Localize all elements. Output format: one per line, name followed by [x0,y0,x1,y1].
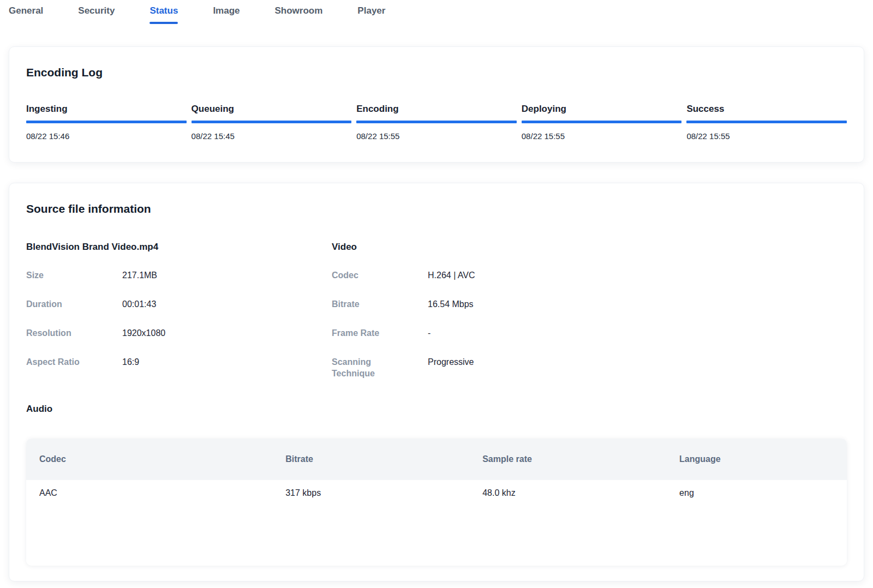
step-label: Encoding [356,103,517,115]
step-timestamp: 08/22 15:55 [356,131,517,141]
audio-bitrate-cell: 317 kbps [272,487,469,499]
file-size-value: 217.1MB [122,269,332,281]
audio-language-cell: eng [666,487,847,499]
audio-table-header: Codec Bitrate Sample rate Language [26,439,847,480]
video-codec-value: H.264 | AVC [428,269,847,281]
audio-column-language: Language [666,454,847,465]
file-duration-row: Duration 00:01:43 [26,298,332,310]
tab-general-label: General [9,5,43,17]
step-timestamp: 08/22 15:46 [26,131,187,141]
file-resolution-value: 1920x1080 [122,327,332,339]
tab-player-label: Player [357,5,385,17]
audio-table-body: AAC 317 kbps 48.0 khz eng [26,480,847,566]
video-scanning-technique-value: Progressive [428,356,847,379]
step-encoding: Encoding 08/22 15:55 [356,103,517,141]
tab-bar: General Security Status Image Showroom P… [0,0,873,24]
tab-status-label: Status [150,5,178,17]
file-duration-label: Duration [26,298,122,310]
audio-table: Codec Bitrate Sample rate Language AAC 3… [26,439,847,566]
file-aspect-ratio-label: Aspect Ratio [26,356,122,368]
audio-column-codec: Codec [26,454,272,465]
tab-security-label: Security [78,5,115,17]
audio-column-bitrate: Bitrate [272,454,469,465]
tab-image[interactable]: Image [213,5,240,17]
audio-sample-rate-cell: 48.0 khz [469,487,666,499]
step-deploying: Deploying 08/22 15:55 [522,103,682,141]
step-timestamp: 08/22 15:55 [522,131,682,141]
tab-showroom-label: Showroom [275,5,323,17]
encoding-steps: Ingesting 08/22 15:46 Queueing 08/22 15:… [26,103,847,141]
step-success: Success 08/22 15:55 [686,103,847,141]
step-ingesting: Ingesting 08/22 15:46 [26,103,187,141]
tab-player[interactable]: Player [357,5,385,17]
step-label: Queueing [192,103,352,115]
source-file-title: Source file information [26,202,847,216]
video-frame-rate-row: Frame Rate - [332,327,847,339]
encoding-log-card: Encoding Log Ingesting 08/22 15:46 Queue… [9,46,864,163]
video-scanning-technique-row: Scanning Technique Progressive [332,356,847,379]
video-bitrate-row: Bitrate 16.54 Mbps [332,298,847,310]
video-bitrate-value: 16.54 Mbps [428,298,847,310]
audio-heading: Audio [26,403,847,415]
video-frame-rate-value: - [428,327,847,339]
tab-image-label: Image [213,5,240,17]
step-label: Ingesting [26,103,187,115]
video-info-column: Video Codec H.264 | AVC Bitrate 16.54 Mb… [332,241,847,397]
table-row: AAC 317 kbps 48.0 khz eng [26,480,847,499]
step-label: Success [686,103,847,115]
source-file-card: Source file information BlendVision Bran… [9,183,864,581]
active-tab-underline [150,22,178,24]
step-queueing: Queueing 08/22 15:45 [192,103,352,141]
step-progress-bar [192,121,352,123]
step-progress-bar [356,121,517,123]
file-name-heading: BlendVision Brand Video.mp4 [26,241,332,253]
encoding-log-title: Encoding Log [26,65,847,80]
file-resolution-label: Resolution [26,327,122,339]
video-heading: Video [332,241,847,253]
step-timestamp: 08/22 15:55 [686,131,847,141]
step-timestamp: 08/22 15:45 [192,131,352,141]
file-size-label: Size [26,269,122,281]
video-codec-row: Codec H.264 | AVC [332,269,847,281]
video-scanning-technique-label: Scanning Technique [332,356,428,379]
source-file-info-grid: BlendVision Brand Video.mp4 Size 217.1MB… [26,241,847,397]
file-info-column: BlendVision Brand Video.mp4 Size 217.1MB… [26,241,332,397]
file-resolution-row: Resolution 1920x1080 [26,327,332,339]
step-progress-bar [686,121,847,123]
tab-showroom[interactable]: Showroom [275,5,323,17]
video-bitrate-label: Bitrate [332,298,428,310]
video-frame-rate-label: Frame Rate [332,327,428,339]
audio-column-sample-rate: Sample rate [469,454,666,465]
audio-codec-cell: AAC [26,487,272,499]
step-progress-bar [26,121,187,123]
file-duration-value: 00:01:43 [122,298,332,310]
step-label: Deploying [522,103,682,115]
file-aspect-ratio-value: 16:9 [122,356,332,368]
file-size-row: Size 217.1MB [26,269,332,281]
step-progress-bar [522,121,682,123]
video-codec-label: Codec [332,269,428,281]
tab-general[interactable]: General [9,5,43,17]
tab-status[interactable]: Status [150,5,178,24]
file-aspect-ratio-row: Aspect Ratio 16:9 [26,356,332,368]
tab-security[interactable]: Security [78,5,115,17]
